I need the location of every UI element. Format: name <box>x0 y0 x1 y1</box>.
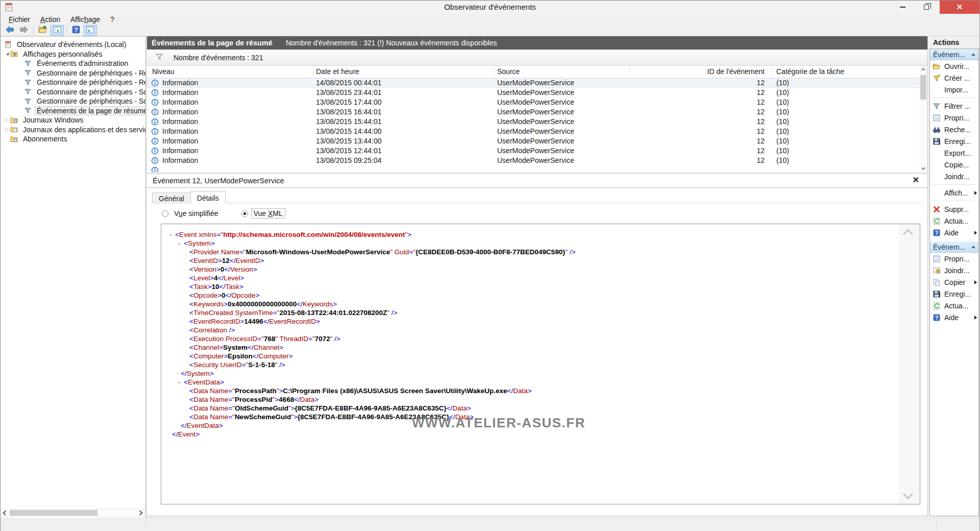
tree-horizontal-scrollbar[interactable] <box>1 509 144 517</box>
action-item-suppr[interactable]: Suppr... <box>930 203 978 215</box>
tree-item[interactable]: ▷Journaux Windows <box>1 115 145 125</box>
action-item-actua[interactable]: Actua... <box>930 215 978 227</box>
vue-simplifiee-radio[interactable]: Vue simplifiée <box>162 208 221 219</box>
restore-button[interactable] <box>913 1 940 14</box>
collapse-arrow-icon[interactable]: ▷ <box>4 118 10 123</box>
xml-scrollbar[interactable] <box>898 224 920 504</box>
action-item-reche[interactable]: Reche... <box>930 124 978 135</box>
tab-gnral[interactable]: Général <box>152 192 191 203</box>
close-button[interactable]: ✕ <box>940 1 979 14</box>
table-cell: (10) <box>776 147 914 155</box>
toggle-action-pane-button[interactable] <box>84 25 97 36</box>
scroll-up-button[interactable] <box>919 66 927 74</box>
menu-aide[interactable]: ? <box>105 14 119 25</box>
table-row[interactable]: Information13/08/2015 14:44:00UserModePo… <box>147 127 919 136</box>
menu-fichier[interactable]: Fichier <box>4 14 35 25</box>
information-level-icon <box>151 128 159 135</box>
column-header[interactable]: Catégorie de la tâche <box>776 67 914 76</box>
scroll-down-button[interactable] <box>919 164 927 172</box>
tree-item[interactable]: ▷Journaux des applications et des servic… <box>1 125 145 135</box>
menu-action[interactable]: Action <box>35 14 65 25</box>
action-item-export[interactable]: Export... <box>930 147 978 159</box>
tree-item[interactable]: Affichages personnalisés <box>1 50 145 59</box>
action-item-affich[interactable]: Affich... <box>930 187 978 199</box>
action-item-aide[interactable]: ?Aide <box>930 227 978 238</box>
action-item-filtrer[interactable]: Filtrer ... <box>930 100 978 112</box>
help-button[interactable]: ? <box>69 25 83 36</box>
table-row[interactable]: Information13/08/2015 13:44:00UserModePo… <box>147 136 919 146</box>
column-header[interactable]: Source <box>497 67 629 76</box>
action-separator <box>932 201 977 201</box>
table-row[interactable]: Information13/08/2015 23:44:01UserModePo… <box>147 88 919 98</box>
action-item-aide[interactable]: ?Aide <box>930 311 978 323</box>
action-item-crer[interactable]: Créer ... <box>930 72 978 84</box>
icon-spacer <box>933 173 941 181</box>
expand-arrow-icon[interactable] <box>4 53 10 55</box>
table-row[interactable] <box>147 165 919 172</box>
list-vertical-scrollbar[interactable] <box>919 66 927 172</box>
action-item-copie[interactable]: Copie... <box>930 159 978 171</box>
action-item-joindr[interactable]: Joindr... <box>930 171 978 182</box>
action-item-label: Joindr... <box>944 173 969 181</box>
back-button[interactable] <box>3 25 16 36</box>
collapse-arrow-icon[interactable]: ▷ <box>4 127 10 132</box>
collapse-section-icon[interactable] <box>971 53 975 56</box>
funnel-icon <box>24 69 33 77</box>
action-item-propri[interactable]: Propri... <box>930 112 978 124</box>
vue-xml-radio[interactable]: Vue XML <box>241 208 285 219</box>
icon-spacer <box>933 86 941 94</box>
props-icon <box>933 255 941 263</box>
column-header[interactable]: Date et heure <box>316 67 492 76</box>
collapse-section-icon[interactable] <box>971 246 975 248</box>
table-row[interactable]: Information13/08/2015 15:44:01UserModePo… <box>147 117 919 127</box>
action-section-header[interactable]: Événem... <box>930 49 978 60</box>
tree-item[interactable]: Gestionnaire de périphériques - Souris L… <box>1 96 145 106</box>
table-row[interactable]: Information13/08/2015 17:44:00UserModePo… <box>147 98 919 107</box>
chevron-up-icon[interactable] <box>903 229 913 239</box>
table-row[interactable]: Information14/08/2015 00:44:01UserModePo… <box>147 78 919 88</box>
scrollbar-thumb[interactable] <box>920 75 926 100</box>
tree-item[interactable]: Gestionnaire de périphériques - Realtek … <box>1 68 145 78</box>
action-item-enregi[interactable]: Enregi... <box>930 135 978 147</box>
forward-button[interactable] <box>17 25 31 36</box>
action-item-enregi[interactable]: Enregi... <box>930 288 978 300</box>
action-item-actua[interactable]: Actua... <box>930 300 978 311</box>
open-saved-log-button[interactable] <box>36 25 50 36</box>
action-item-propri[interactable]: Propri... <box>930 253 978 264</box>
tree-item[interactable]: Observateur d'événements (Local) <box>1 40 145 50</box>
action-item-ouvrir[interactable]: Ouvrir... <box>930 60 978 72</box>
tree-item-label: Affichages personnalisés <box>21 50 104 59</box>
scrollbar-thumb[interactable] <box>10 510 97 516</box>
copy-icon <box>933 278 941 286</box>
column-separator[interactable] <box>629 67 630 77</box>
xml-line: <Opcode>0</Opcode> <box>161 291 920 300</box>
tree-item[interactable]: Gestionnaire de périphériques - Souris H… <box>1 87 145 97</box>
menu-affichage[interactable]: Affichage <box>65 14 105 25</box>
chevron-down-icon[interactable] <box>903 489 913 499</box>
action-item-impor[interactable]: Impor... <box>930 84 978 95</box>
table-row[interactable]: Information13/08/2015 09:25:04UserModePo… <box>147 156 919 165</box>
chevron-down-icon <box>921 166 925 170</box>
table-row[interactable]: Information13/08/2015 16:44:01UserModePo… <box>147 107 919 117</box>
minimize-button[interactable] <box>892 1 913 14</box>
table-row[interactable]: Information13/08/2015 12:44:01UserModePo… <box>147 146 919 156</box>
tab-dtails[interactable]: Détails <box>190 191 226 203</box>
tree-item[interactable]: Événements d'administration <box>1 59 145 68</box>
scroll-left-button[interactable] <box>2 510 9 516</box>
column-header[interactable]: Niveau <box>152 67 311 76</box>
column-separator[interactable] <box>772 67 773 77</box>
scroll-right-button[interactable] <box>136 510 144 516</box>
action-item-label: Actua... <box>944 302 968 310</box>
column-separator[interactable] <box>313 67 313 77</box>
action-section-header[interactable]: Événem... <box>930 242 978 253</box>
tree-item[interactable]: Événements de la page de résumé <box>1 106 145 116</box>
action-item-joindr[interactable]: Joindr... <box>930 264 978 276</box>
toggle-console-tree-button[interactable] <box>51 25 64 36</box>
tree-item[interactable]: Abonnements <box>1 134 145 144</box>
action-item-copier[interactable]: Copier <box>930 276 978 288</box>
tree-item[interactable]: Gestionnaire de périphériques - Realtek … <box>1 78 145 87</box>
column-header[interactable]: ID de l'événement <box>632 67 765 76</box>
xml-line: <Task>10</Task> <box>161 282 920 291</box>
column-separator[interactable] <box>494 67 495 77</box>
detail-close-icon[interactable]: ✕ <box>913 176 919 184</box>
